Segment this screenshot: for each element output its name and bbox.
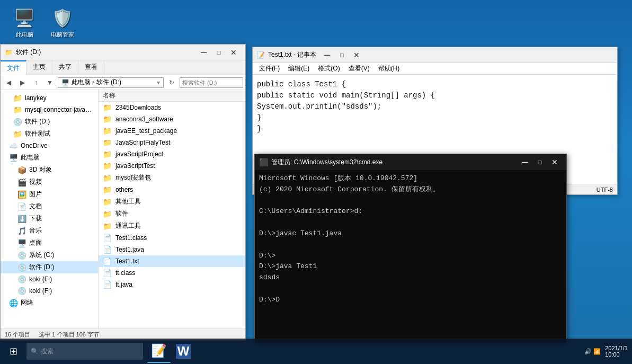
tab-file[interactable]: 文件 bbox=[1, 60, 26, 75]
sidebar-item-koki-f1[interactable]: 💿 koki (F:) bbox=[1, 273, 98, 285]
folder-icon: 📁 bbox=[103, 162, 112, 170]
search-input[interactable] bbox=[180, 77, 243, 88]
file-item-tt-class[interactable]: 📄 tt.class bbox=[99, 267, 245, 279]
sidebar-item-software-d[interactable]: 💿 软件 (D:) bbox=[1, 116, 98, 128]
nav-up-button[interactable]: ↑ bbox=[30, 77, 42, 88]
sidebar-item-music[interactable]: 🎵 音乐 bbox=[1, 225, 98, 237]
menu-view[interactable]: 查看(V) bbox=[344, 63, 374, 74]
sidebar-item-software-test[interactable]: 📁 软件测试 bbox=[1, 128, 98, 140]
nav-forward-button[interactable]: ▶ bbox=[16, 77, 28, 88]
file-item-test1-java[interactable]: 📄 Test1.java bbox=[99, 244, 245, 255]
sidebar-item-this-pc[interactable]: 🖥️ 此电脑 bbox=[1, 152, 98, 164]
file-name: javaScriptProject bbox=[115, 150, 163, 158]
folder-icon: 📁 bbox=[103, 210, 112, 218]
network-icon: 🌐 bbox=[9, 299, 17, 307]
sidebar-item-lanykey[interactable]: 📁 lanykey bbox=[1, 92, 98, 104]
menu-help[interactable]: 帮助(H) bbox=[374, 63, 404, 74]
taskbar-tray: 🔊 📶 2021/1/110:00 bbox=[584, 345, 632, 358]
file-item-comm-tools[interactable]: 📁 通讯工具 bbox=[99, 220, 245, 232]
sidebar-item-network[interactable]: 🌐 网络 bbox=[1, 297, 98, 309]
cmd-minimize-button[interactable]: ─ bbox=[518, 156, 532, 168]
file-item-javaee[interactable]: 📁 javaEE_test_package bbox=[99, 125, 245, 137]
taskbar-item-word[interactable]: W bbox=[172, 340, 195, 363]
sidebar-item-downloads[interactable]: ⬇️ 下载 bbox=[1, 212, 98, 225]
file-item-jsproject[interactable]: 📁 javaScriptProject bbox=[99, 148, 245, 160]
folder-icon: 📁 bbox=[13, 130, 22, 138]
column-name[interactable]: 名称 bbox=[103, 91, 115, 100]
sidebar-item-pictures[interactable]: 🖼️ 图片 bbox=[1, 188, 98, 200]
tab-share[interactable]: 共享 bbox=[52, 60, 78, 75]
drive-icon: 💿 bbox=[17, 263, 26, 272]
sidebar-item-3d[interactable]: 📦 3D 对象 bbox=[1, 164, 98, 176]
sidebar-item-mysql-connector[interactable]: 📁 mysql-connector-java-5.1.49 bbox=[1, 104, 98, 116]
cmd-title-icon: ⬛ bbox=[259, 158, 268, 166]
file-name: javaScriptTest bbox=[115, 162, 155, 170]
file-explorer-window: 📁 软件 (D:) ─ □ ✕ 文件 主页 共享 查看 ◀ bbox=[0, 44, 246, 341]
cmd-maximize-button[interactable]: □ bbox=[532, 156, 547, 168]
file-item-jsfialy[interactable]: 📁 JavaScriptFialyTest bbox=[99, 137, 245, 148]
start-button[interactable]: ⊞ bbox=[0, 339, 26, 364]
file-item-mysql[interactable]: 📁 mysql安装包 bbox=[99, 172, 245, 184]
file-item-test1-class[interactable]: 📄 Test1.class bbox=[99, 232, 245, 244]
close-button[interactable]: ✕ bbox=[226, 47, 241, 58]
sidebar-item-label: 3D 对象 bbox=[29, 165, 52, 174]
cmd-titlebar: ⬛ 管理员: C:\Windows\system32\cmd.exe ─ □ ✕ bbox=[255, 154, 566, 170]
file-item-anaconra[interactable]: 📁 anaconra3_software bbox=[99, 113, 245, 125]
sidebar-item-documents[interactable]: 📄 文档 bbox=[1, 200, 98, 212]
file-list: 名称 📁 2345Downloads 📁 anaconra3_software … bbox=[99, 90, 245, 329]
file-item-others[interactable]: 📁 others bbox=[99, 184, 245, 196]
notepad-minimize-button[interactable]: ─ bbox=[319, 49, 334, 61]
cmd-close-button[interactable]: ✕ bbox=[547, 156, 562, 168]
sidebar-item-video[interactable]: 🎬 视频 bbox=[1, 176, 98, 188]
sidebar-item-koki-f2[interactable]: 💿 koki (F:) bbox=[1, 285, 98, 297]
video-icon: 🎬 bbox=[17, 178, 26, 187]
file-name: others bbox=[115, 186, 133, 193]
desktop-icon-pcmanager[interactable]: 🛡️ 电脑管家 bbox=[43, 5, 82, 41]
code-line-5: } bbox=[257, 123, 613, 135]
taskbar: ⊞ 🔍 搜索 📝 W 🔊 📶 2021/1/110:00 bbox=[0, 339, 632, 364]
file-item-jstest[interactable]: 📁 javaScriptTest bbox=[99, 160, 245, 172]
sidebar-item-software-d2[interactable]: 💿 软件 (D:) bbox=[1, 261, 98, 273]
taskbar-item-notepad[interactable]: 📝 bbox=[147, 340, 171, 363]
minimize-button[interactable]: ─ bbox=[197, 47, 211, 58]
menu-format[interactable]: 格式(O) bbox=[314, 63, 344, 74]
file-item-others-tools[interactable]: 📁 其他工具 bbox=[99, 196, 245, 208]
desktop-icon-computer[interactable]: 🖥️ 此电脑 bbox=[5, 5, 43, 41]
menu-edit[interactable]: 编辑(E) bbox=[284, 63, 314, 74]
status-count: 16 个项目 bbox=[5, 331, 30, 339]
cmd-content[interactable]: Microsoft Windows [版本 10.0.19042.572] (c… bbox=[255, 170, 566, 343]
file-item-test1-txt[interactable]: 📄 Test1.txt bbox=[99, 255, 245, 267]
sidebar-item-system-c[interactable]: 💿 系统 (C:) bbox=[1, 249, 98, 261]
taskbar-search[interactable]: 🔍 搜索 bbox=[26, 343, 143, 360]
cmd-line-11 bbox=[259, 283, 562, 295]
drive-icon: 💿 bbox=[17, 275, 26, 283]
sidebar-item-label: 系统 (C:) bbox=[29, 251, 54, 260]
file-name: 软件 bbox=[115, 209, 128, 218]
address-path-display[interactable]: 🖥️ 此电脑 › 软件 (D:) ▾ bbox=[58, 77, 164, 88]
file-item-2345downloads[interactable]: 📁 2345Downloads bbox=[99, 102, 245, 113]
folder-icon: 📁 bbox=[103, 115, 112, 123]
nav-back-button[interactable]: ◀ bbox=[3, 77, 14, 88]
tab-view[interactable]: 查看 bbox=[78, 60, 104, 75]
nav-recent-button[interactable]: ▼ bbox=[44, 77, 56, 88]
maximize-button[interactable]: □ bbox=[211, 47, 226, 58]
menu-file[interactable]: 文件(F) bbox=[255, 63, 284, 74]
sidebar-item-desktop[interactable]: 🖥️ 桌面 bbox=[1, 237, 98, 249]
notepad-close-button[interactable]: ✕ bbox=[349, 49, 364, 61]
sidebar-item-onedrive[interactable]: ☁️ OneDrive bbox=[1, 140, 98, 152]
sidebar-item-label: 桌面 bbox=[29, 238, 42, 247]
code-line-4: } bbox=[257, 112, 613, 123]
folder-icon: 📁 bbox=[103, 222, 112, 230]
explorer-sidebar: 📁 lanykey 📁 mysql-connector-java-5.1.49 … bbox=[1, 90, 99, 329]
file-item-software[interactable]: 📁 软件 bbox=[99, 208, 245, 220]
notepad-title: Test1.txt - 记事本 bbox=[268, 50, 316, 59]
cmd-title: 管理员: C:\Windows\system32\cmd.exe bbox=[271, 158, 514, 167]
cmd-line-9: D:\>java Test1 bbox=[259, 261, 562, 272]
file-item-tt-java[interactable]: 📄 tt.java bbox=[99, 279, 245, 290]
notepad-maximize-button[interactable]: □ bbox=[334, 49, 349, 61]
folder-icon: ⬇️ bbox=[17, 215, 26, 223]
cmd-line-6: D:\>javac Test1.java bbox=[259, 228, 562, 239]
tab-home[interactable]: 主页 bbox=[26, 60, 52, 75]
folder-icon: 📁 bbox=[13, 94, 22, 102]
refresh-button[interactable]: ↻ bbox=[166, 77, 177, 88]
